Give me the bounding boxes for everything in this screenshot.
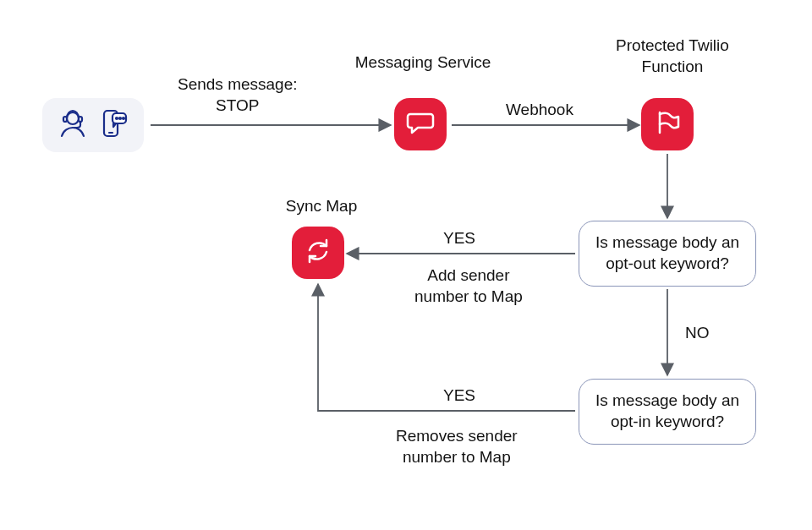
messaging-service-label: Messaging Service: [338, 52, 508, 74]
edge-no-label: NO: [685, 323, 710, 344]
edge-user-messaging-label: Sends message: STOP: [178, 74, 298, 116]
sync-map-node: [292, 227, 344, 279]
person-headset-icon: [56, 107, 90, 145]
optin-decision-text: Is message body an opt-in keyword?: [591, 391, 743, 432]
phone-message-icon: [96, 107, 130, 145]
function-flag-icon: [652, 107, 683, 142]
optout-decision-text: Is message body an opt-out keyword?: [591, 232, 743, 274]
optout-decision: Is message body an opt-out keyword?: [579, 221, 756, 287]
svg-point-13: [123, 117, 124, 119]
edge-optin-yes-label: YES: [443, 385, 475, 407]
svg-rect-6: [63, 117, 67, 122]
edge-optout-yes-label: YES: [443, 228, 475, 249]
user-sender-node: [42, 98, 144, 152]
svg-point-12: [119, 117, 121, 119]
svg-rect-7: [79, 117, 82, 122]
chat-bubble-icon: [405, 107, 436, 142]
sync-map-label: Sync Map: [279, 196, 364, 217]
edge-optin-yes-sub: Removes sender number to Map: [396, 426, 518, 467]
edge-optout-yes-sub: Add sender number to Map: [414, 265, 523, 307]
sync-arrows-icon: [303, 236, 333, 270]
twilio-function-label: Protected Twilio Function: [601, 36, 744, 77]
messaging-service-node: [394, 98, 447, 150]
svg-point-11: [116, 117, 118, 119]
optin-decision: Is message body an opt-in keyword?: [579, 379, 756, 445]
edge-messaging-function-label: Webhook: [506, 100, 573, 121]
twilio-function-node: [641, 98, 694, 150]
